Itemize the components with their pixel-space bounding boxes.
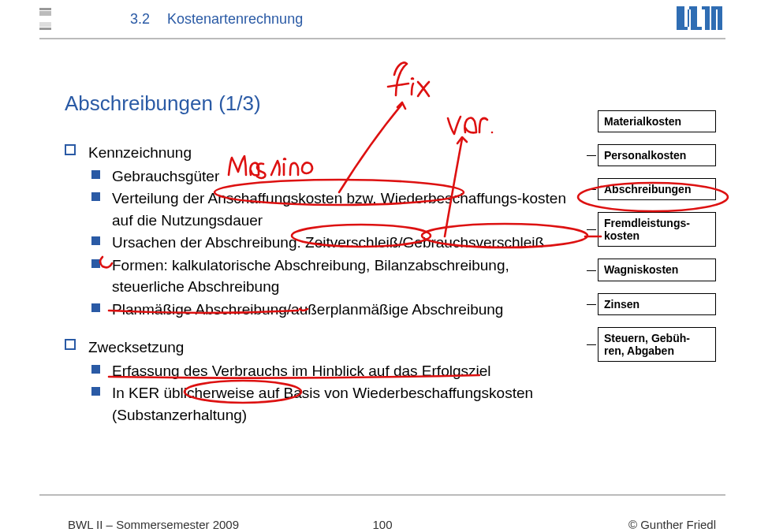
tick-icon — [587, 229, 596, 230]
tick-icon — [587, 304, 596, 305]
chapter-title: Kostenartenrechnung — [167, 11, 303, 27]
footer-page-number: 100 — [39, 518, 725, 531]
bullet-fill-icon — [91, 259, 100, 268]
bullet-fill-icon — [91, 387, 100, 396]
bullet-ker: In KER üblicherweise auf Basis von Wiede… — [65, 382, 569, 426]
bullet-fill-icon — [91, 170, 100, 179]
footer-right: © Gunther Friedl — [628, 518, 716, 531]
bullet-erfassung: Erfassung des Verbrauchs im Hinblick auf… — [65, 360, 569, 382]
footer-rule — [39, 494, 725, 496]
bullet-text: In KER üblicherweise auf Basis von Wiede… — [112, 385, 533, 423]
sidebox-column: Materialkosten Personalkosten Abschreibu… — [598, 110, 716, 374]
sidebox-materialkosten: Materialkosten — [598, 110, 716, 132]
bullet-text: Ursachen der Abschreibung: Zeitverschlei… — [112, 234, 544, 251]
tick-icon — [587, 344, 596, 345]
main-content: Kennzeichnung Gebrauchsgüter Verteilung … — [65, 142, 569, 427]
header-decor-icon — [39, 8, 51, 30]
bullet-text: Verteilung der Anschaffungskosten bzw. W… — [112, 190, 566, 229]
tum-logo-icon — [675, 5, 724, 32]
svg-point-0 — [491, 132, 494, 134]
bullet-fill-icon — [91, 303, 100, 312]
bullet-fill-icon — [91, 365, 100, 374]
sidebox-fremdleistungskosten: Fremdleistungs-kosten — [598, 212, 716, 247]
section-heading: Zwecksetzung — [88, 339, 184, 355]
bullet-planmaessig: Planmäßige Abschreibung/außerplanmäßige … — [65, 299, 569, 321]
sidebox-personalkosten: Personalkosten — [598, 144, 716, 166]
slide: 3.2Kostenartenrechnung Abschreibungen (1… — [0, 0, 757, 532]
header-rule — [39, 38, 725, 39]
slide-header: 3.2Kostenartenrechnung — [0, 0, 757, 57]
bullet-formen: Formen: kalkulatorische Abschreibung, Bi… — [65, 255, 569, 298]
bullet-text: Gebrauchsgüter — [112, 168, 219, 184]
section-heading: Kennzeichnung — [88, 144, 192, 161]
bullet-gebrauchsgueter: Gebrauchsgüter — [65, 166, 569, 188]
arrowhead-icon — [397, 102, 405, 109]
annotation-var-icon — [448, 117, 493, 134]
section-zwecksetzung: Zwecksetzung — [65, 337, 569, 359]
bullet-text: Planmäßige Abschreibung/außerplanmäßige … — [112, 301, 503, 318]
bullet-fill-icon — [91, 192, 100, 201]
sidebox-wagniskosten: Wagniskosten — [598, 259, 716, 281]
tick-icon — [587, 189, 596, 190]
annotation-fix-icon — [388, 62, 429, 96]
bullet-text: Erfassung des Verbrauchs im Hinblick auf… — [112, 363, 491, 379]
chapter-number: 3.2 — [130, 11, 150, 27]
sidebox-abschreibungen: Abschreibungen — [598, 178, 716, 200]
bullet-open-icon — [65, 144, 76, 155]
slide-title: Abschreibungen (1/3) — [65, 91, 261, 116]
bullet-open-icon — [65, 339, 76, 350]
bullet-ursachen: Ursachen der Abschreibung: Zeitverschlei… — [65, 232, 569, 254]
sidebox-zinsen: Zinsen — [598, 293, 716, 315]
section-kennzeichnung: Kennzeichnung — [65, 142, 569, 164]
sidebox-steuern: Steuern, Gebüh-ren, Abgaben — [598, 327, 716, 362]
chapter-heading: 3.2Kostenartenrechnung — [130, 11, 303, 28]
tick-icon — [587, 270, 596, 271]
bullet-fill-icon — [91, 236, 100, 245]
bullet-text: Formen: kalkulatorische Abschreibung, Bi… — [112, 257, 509, 296]
tick-icon — [587, 155, 596, 156]
bullet-verteilung: Verteilung der Anschaffungskosten bzw. W… — [65, 188, 569, 231]
